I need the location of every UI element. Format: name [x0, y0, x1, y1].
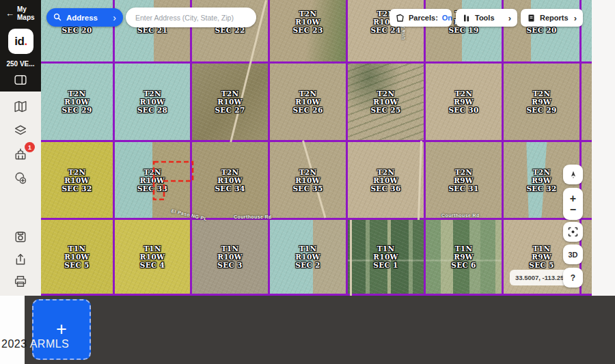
app-window: T2NR10WSEC 20T2NR10WSEC 21T2NR10WSEC 22T… — [0, 0, 615, 364]
tools-icon — [462, 14, 471, 23]
section-cell-sec-1-t1n[interactable]: T1NR10WSEC 1 — [348, 220, 426, 296]
compass-button[interactable] — [563, 165, 583, 184]
section-label: T1NR10WSEC 2 — [295, 244, 320, 269]
current-map-name: 250 VE... — [0, 60, 41, 68]
section-label: T2NR10WSEC 28 — [137, 89, 167, 114]
logo-text: id. — [14, 35, 27, 48]
parcels-label: Parcels: — [409, 14, 438, 22]
tools-button[interactable]: Tools › — [456, 9, 517, 27]
section-label: T2NR10WSEC 25 — [370, 89, 400, 114]
back-arrow-icon: ← — [5, 9, 14, 18]
road-label-courthouse: Courthouse Rd — [234, 214, 272, 219]
section-cell-sec-32-t2n[interactable]: T2NR10WSEC 32 — [41, 142, 115, 220]
section-label: T2NR10WSEC 23 — [292, 0, 323, 34]
section-cell-sec-34-t2n[interactable]: T2NR10WSEC 34 — [192, 142, 270, 220]
add-map-button[interactable]: + — [32, 299, 91, 360]
section-cell-sec-3-t1n[interactable]: T1NR10WSEC 3 — [192, 220, 270, 296]
bottom-left-gutter — [0, 296, 25, 364]
map-canvas[interactable]: T2NR10WSEC 20T2NR10WSEC 21T2NR10WSEC 22T… — [41, 0, 592, 296]
section-cell-sliver[interactable] — [582, 64, 592, 142]
section-cell-sec-36-t2n[interactable]: T2NR10WSEC 36 — [348, 142, 426, 220]
sidebar-header: ← My Maps id. 250 VE... — [0, 0, 41, 92]
section-label: T1NR10WSEC 3 — [217, 244, 242, 269]
section-cell-sliver[interactable] — [582, 142, 592, 220]
section-cell-sec-27-t2n[interactable]: T2NR10WSEC 27 — [192, 64, 270, 142]
back-to-my-maps[interactable]: ← My Maps — [0, 0, 41, 21]
section-cell-sec-26-t2n[interactable]: T2NR10WSEC 26 — [270, 64, 348, 142]
section-label: T2NR9WSEC 32 — [526, 168, 556, 193]
layers-icon[interactable] — [14, 124, 27, 137]
section-cell-sec-29-t2n[interactable]: T2NR9WSEC 29 — [504, 64, 582, 142]
section-label: T2NR10WSEC 36 — [370, 168, 400, 193]
section-cell-sec-28-t2n[interactable]: T2NR10WSEC 28 — [115, 64, 192, 142]
print-icon[interactable] — [14, 275, 27, 288]
road-label-courthouse: Courthouse Rd — [441, 213, 480, 218]
map-icon[interactable] — [14, 100, 27, 113]
section-cell-sec-30-t2n[interactable]: T2NR9WSEC 30 — [426, 64, 504, 142]
section-label: T2NR9WSEC 30 — [448, 89, 478, 114]
section-grid: T2NR10WSEC 20T2NR10WSEC 21T2NR10WSEC 22T… — [41, 0, 592, 296]
bottom-panel — [25, 296, 615, 364]
notification-badge: 1 — [25, 142, 35, 152]
section-cell-sliver[interactable] — [582, 220, 592, 296]
address-button-label: Address — [66, 14, 109, 22]
map-right-gutter — [592, 0, 615, 296]
watermark-agency: ARMLS — [30, 338, 70, 350]
section-label: T2NR10WSEC 29 — [62, 89, 92, 114]
section-cell-sec-5-t1n[interactable]: T1NR10WSEC 5 — [41, 220, 115, 296]
sidebar: ← My Maps id. 250 VE... 1 — [0, 0, 41, 296]
zoom-out-button[interactable]: − — [570, 205, 576, 214]
section-label: T1NR9WSEC 6 — [451, 244, 476, 269]
section-cell-sliver[interactable] — [582, 0, 592, 64]
report-icon — [527, 14, 536, 23]
parcels-state: On — [442, 14, 452, 22]
collapse-panel-icon[interactable] — [14, 74, 27, 86]
section-label: T2NR10WSEC 27 — [215, 89, 245, 114]
zoom-in-button[interactable]: + — [570, 194, 576, 204]
chevron-right-icon: › — [508, 13, 511, 23]
section-label: T2NR10WSEC 34 — [215, 168, 245, 193]
section-label: T1NR10WSEC 4 — [140, 244, 165, 269]
address-search-input[interactable] — [126, 8, 256, 27]
section-cell-sec-23-t2n[interactable]: T2NR10WSEC 23 — [270, 0, 348, 64]
compass-needle-icon — [569, 170, 578, 180]
section-label: T1NR10WSEC 1 — [373, 244, 398, 269]
add-location-icon[interactable] — [14, 172, 27, 184]
section-label: T2NR9WSEC 29 — [526, 89, 556, 114]
plus-icon: + — [56, 320, 67, 339]
parcel-icon — [396, 14, 405, 23]
selected-parcel-outline[interactable] — [149, 156, 198, 205]
section-label: T2NR10WSEC 32 — [62, 168, 92, 193]
mls-watermark: 2023 ARMLS — [1, 338, 69, 350]
watermark-year: 2023 — [1, 338, 27, 350]
search-icon — [53, 13, 62, 22]
recenter-button[interactable] — [563, 222, 583, 242]
address-button[interactable]: Address › — [46, 8, 123, 27]
section-label: T2NR10WSEC 26 — [292, 89, 323, 114]
section-label: T2NR10WSEC 35 — [292, 168, 323, 193]
save-icon[interactable] — [14, 231, 27, 243]
reports-label: Reports — [540, 14, 569, 22]
reports-button[interactable]: Reports › — [521, 9, 583, 27]
section-cell-sec-29-t2n[interactable]: T2NR10WSEC 29 — [41, 64, 115, 142]
share-icon[interactable] — [14, 253, 27, 266]
app-logo[interactable]: id. — [8, 29, 33, 54]
parcels-toggle-button[interactable]: Parcels: On › — [390, 9, 452, 27]
section-cell-sec-4-t1n[interactable]: T1NR10WSEC 4 — [115, 220, 192, 296]
zoom-control: + − — [563, 188, 583, 220]
section-cell-sec-35-t2n[interactable]: T2NR10WSEC 35 — [270, 142, 348, 220]
section-cell-sec-2-t1n[interactable]: T1NR10WSEC 2 — [270, 220, 348, 296]
section-label: T1NR10WSEC 5 — [64, 244, 89, 269]
help-button[interactable]: ? — [563, 268, 583, 288]
section-cell-sec-25-t2n[interactable]: T2NR10WSEC 25 — [348, 64, 426, 142]
three-d-button[interactable]: 3D — [563, 244, 583, 264]
my-maps-label: My Maps — [17, 5, 35, 21]
road-line — [350, 220, 352, 296]
tools-label: Tools — [475, 14, 495, 22]
chevron-right-icon: › — [113, 13, 116, 23]
center-target-icon — [568, 227, 578, 237]
section-cell-sec-6-t1n[interactable]: T1NR9WSEC 6 — [426, 220, 504, 296]
section-label: T1NR9WSEC 5 — [529, 244, 554, 269]
chevron-right-icon: › — [574, 13, 577, 23]
section-cell-sec-31-t2n[interactable]: T2NR9WSEC 31 — [426, 142, 504, 220]
